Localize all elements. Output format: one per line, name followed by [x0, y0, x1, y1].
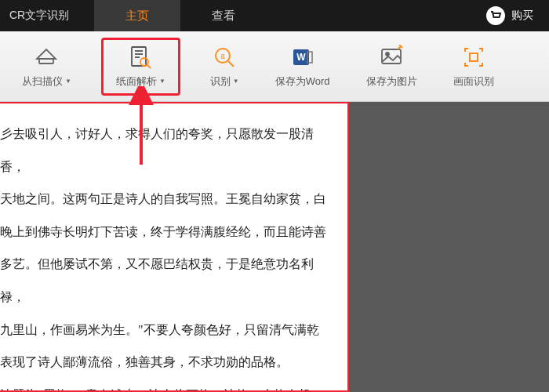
app-name: CR文字识别 [0, 9, 78, 23]
svg-line-11 [228, 61, 234, 67]
doc-line: 彡去吸引人，讨好人，求得人们的夸奖，只愿散发一股清香， [0, 118, 338, 183]
svg-text:a: a [221, 52, 226, 60]
svg-line-9 [147, 65, 151, 68]
recognize-icon: a [212, 45, 237, 70]
chevron-down-icon: ▼ [65, 78, 71, 85]
toolbar: 从扫描仪 ▼ 纸面解析 ▼ a [0, 31, 549, 102]
svg-rect-4 [132, 47, 146, 66]
chevron-down-icon: ▼ [233, 78, 239, 85]
scanner-icon [34, 45, 59, 70]
chevron-down-icon: ▼ [159, 78, 165, 85]
svg-point-8 [140, 58, 148, 66]
svg-text:W: W [296, 52, 306, 63]
tab-strip: 主页 查看 [94, 0, 267, 31]
recognize-label: 识别 [210, 74, 231, 89]
save-image-label: 保存为图片 [366, 74, 417, 89]
save-image-button[interactable]: 保存为图片 [360, 40, 424, 93]
svg-point-2 [498, 19, 500, 20]
screen-recognize-button[interactable]: 画面识别 [447, 40, 500, 93]
recognize-button[interactable]: a 识别 ▼ [204, 40, 245, 93]
tab-home[interactable]: 主页 [94, 0, 180, 31]
doc-line: 多艺。但他屡试不第，又不愿巴结权贵，于是绝意功名利禄， [0, 248, 338, 313]
screen-recognize-label: 画面识别 [453, 74, 494, 89]
svg-point-17 [386, 53, 389, 56]
doc-line: 天地之间。这两句正是诗人的自我写照。王冕自幼家贫，白 [0, 183, 338, 216]
doc-line: 九里山，作画易米为生。"不要人夸颜色好，只留清气满乾 [0, 314, 338, 347]
svg-rect-18 [470, 53, 478, 61]
doc-line: 表现了诗人鄙薄流俗，独善其身，不求功勋的品格。 [0, 346, 338, 379]
doc-line: 晚上到佛寺长明灯下苦读，终于学得满腹经纶，而且能诗善 [0, 216, 338, 249]
scanner-button[interactable]: 从扫描仪 ▼ [16, 40, 78, 93]
document-pane[interactable]: 彡去吸引人，讨好人，求得人们的夸奖，只愿散发一股清香， 天地之间。这两句正是诗人… [0, 102, 349, 392]
preview-pane [349, 102, 549, 392]
doc-line: 诗题为"墨梅"，意在述志。诗人将画格、诗格、人格有机 [0, 379, 338, 392]
word-icon: W [290, 45, 315, 70]
titlebar: CR文字识别 主页 查看 购买 [0, 0, 549, 31]
page-analyze-icon [128, 45, 153, 70]
svg-rect-3 [39, 59, 53, 64]
scanner-label: 从扫描仪 [22, 74, 63, 89]
buy-label: 购买 [511, 9, 533, 23]
tab-view-label: 查看 [212, 9, 235, 24]
page-analyze-label: 纸面解析 [116, 74, 157, 89]
save-word-label: 保存为Word [275, 74, 330, 89]
buy-button[interactable]: 购买 [486, 6, 549, 25]
image-icon [379, 45, 404, 70]
cart-icon [486, 6, 505, 25]
screen-recognize-icon [461, 45, 486, 70]
document-text: 彡去吸引人，讨好人，求得人们的夸奖，只愿散发一股清香， 天地之间。这两句正是诗人… [0, 118, 338, 392]
svg-point-1 [493, 19, 495, 20]
save-word-button[interactable]: W 保存为Word [269, 40, 336, 93]
tab-home-label: 主页 [125, 9, 149, 24]
svg-point-0 [487, 7, 504, 24]
tab-view[interactable]: 查看 [180, 0, 267, 31]
page-analyze-button[interactable]: 纸面解析 ▼ [101, 38, 180, 96]
content-area: 彡去吸引人，讨好人，求得人们的夸奖，只愿散发一股清香， 天地之间。这两句正是诗人… [0, 102, 549, 392]
